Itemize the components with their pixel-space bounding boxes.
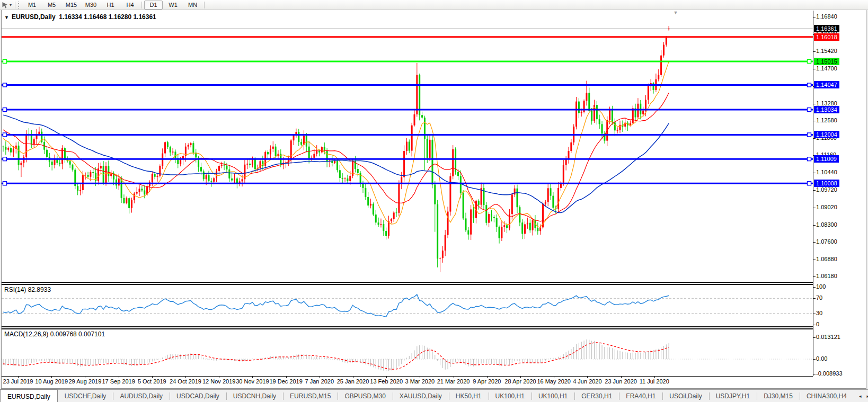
price-axis-tick: 1.14700 — [816, 65, 837, 72]
rsi-axis-tick-mark — [813, 325, 816, 325]
chart-window[interactable] — [1, 10, 866, 389]
timeframe-button-mn[interactable]: MN — [183, 1, 202, 10]
bottom-tab-gbpusd-m30[interactable]: GBPUSD,M30 — [338, 390, 392, 402]
date-axis-label: 10 Aug 2019 — [35, 378, 68, 385]
timeframe-button-h4[interactable]: H4 — [121, 1, 139, 10]
date-axis-label: 13 Feb 2020 — [370, 378, 403, 385]
chart-title: ▼EURUSD,Daily 1.16334 1.16468 1.16280 1.… — [4, 13, 156, 21]
macd-indicator-label: MACD(12,26,9) 0.009768 0.007101 — [4, 330, 105, 338]
price-badge: 1.13034 — [814, 106, 839, 113]
timeframe-button-h1[interactable]: H1 — [101, 1, 120, 10]
toolbar-separator — [204, 2, 205, 8]
toolbar-grip[interactable] — [17, 2, 20, 8]
bottom-tab-hk50-h1[interactable]: HK50,H1 — [449, 390, 489, 402]
bottom-tab-uk100-h1[interactable]: UK100,H1 — [532, 390, 574, 402]
price-axis-tick: 1.16840 — [816, 13, 837, 20]
date-axis-label: 12 Nov 2019 — [202, 378, 235, 385]
price-axis-tick: 1.09020 — [816, 204, 837, 210]
tab-scroll-left-icon[interactable]: ◂ — [859, 394, 862, 399]
macd-axis-tick: 0.00 — [816, 355, 827, 362]
bottom-tab-eurusd-daily[interactable]: EURUSD,Daily — [0, 389, 58, 402]
timeframe-toolbar: ▾ M1M5M15M30H1H4D1W1MN — [0, 0, 868, 10]
date-axis-label: 3 Mar 2020 — [405, 378, 435, 385]
date-axis-label: 5 Oct 2019 — [138, 378, 166, 385]
bottom-tab-uk100-h1[interactable]: UK100,H1 — [489, 390, 532, 402]
bottom-tab-eurusd-m15[interactable]: EURUSD,M15 — [283, 390, 338, 402]
bottom-tab-dj30-m15[interactable]: DJ30,M15 — [757, 390, 800, 402]
rsi-indicator-label: RSI(14) 82.8933 — [4, 286, 51, 293]
price-axis-tick-mark — [813, 173, 816, 173]
timeframe-button-d1[interactable]: D1 — [144, 1, 163, 10]
price-axis-tick: 1.13280 — [816, 100, 837, 106]
crosshair-tool-icon[interactable] — [0, 1, 10, 9]
date-axis-label: 29 Aug 2019 — [68, 378, 101, 385]
chart-shift-marker-icon[interactable]: ▼ — [674, 10, 678, 15]
bottom-tab-fra40-h1[interactable]: FRA40,H1 — [619, 390, 662, 402]
date-axis-label: 25 Jan 2020 — [337, 378, 369, 385]
price-axis-tick: 1.12580 — [816, 117, 837, 123]
date-axis-label: 28 Apr 2020 — [504, 378, 536, 385]
chart-symbol-period: EURUSD,Daily — [12, 13, 56, 21]
rsi-axis-tick: 0 — [816, 321, 819, 327]
price-axis-tick-mark — [813, 17, 816, 17]
date-axis-label: 24 Oct 2019 — [170, 378, 201, 385]
price-badge: 1.11009 — [814, 155, 839, 163]
rsi-axis-tick: 70 — [816, 294, 822, 301]
timeframe-buttons: M1M5M15M30H1H4D1W1MN — [22, 1, 206, 10]
cursor-arrow-icon — [2, 2, 8, 8]
date-axis-label: 23 Jun 2020 — [605, 378, 637, 385]
bottom-tab-usdjpy-h1[interactable]: USDJPY,H1 — [709, 390, 757, 402]
chart-tab-bar: EURUSD,DailyUSDCHF,DailyAUDUSD,DailyUSDC… — [0, 389, 868, 402]
date-axis-label: 16 May 2020 — [537, 378, 571, 385]
bottom-tab-xauusd-daily[interactable]: XAUUSD,Daily — [393, 390, 449, 402]
timeframe-button-w1[interactable]: W1 — [164, 1, 182, 10]
rsi-axis-tick: 30 — [816, 310, 822, 316]
rsi-axis-tick-mark — [813, 287, 816, 288]
price-axis-border — [813, 11, 813, 376]
price-badge: 1.10008 — [814, 180, 839, 187]
date-axis-label: 7 Jan 2020 — [305, 378, 334, 385]
price-axis-tick: 1.08300 — [816, 221, 837, 228]
price-axis-tick: 1.09720 — [816, 186, 837, 193]
price-axis-tick: 1.06880 — [816, 256, 837, 262]
bottom-tab-usdcnh-daily[interactable]: USDCNH,Daily — [226, 390, 283, 402]
bottom-tab-usoil-daily[interactable]: USOil,Daily — [662, 390, 708, 402]
timeframe-button-m5[interactable]: M5 — [42, 1, 61, 10]
bottom-tab-usdchf-daily[interactable]: USDCHF,Daily — [58, 390, 113, 402]
macd-axis-tick: 0.013121 — [816, 334, 840, 340]
rsi-axis-tick-mark — [813, 298, 816, 299]
price-badge: 1.16361 — [814, 25, 839, 32]
price-badge: 1.15015 — [814, 58, 839, 65]
date-axis-label: 11 Jul 2020 — [640, 378, 669, 385]
timeframe-button-m15[interactable]: M15 — [62, 1, 81, 10]
date-axis-label: 30 Nov 2019 — [236, 378, 269, 385]
chevron-down-icon[interactable]: ▾ — [10, 3, 12, 7]
price-axis-tick: 1.10440 — [816, 169, 837, 175]
rsi-axis-tick-mark — [813, 314, 816, 314]
chart-dropdown-icon[interactable]: ▼ — [4, 15, 9, 20]
date-axis-label: 21 Mar 2020 — [437, 378, 470, 385]
macd-axis-tick-mark — [813, 374, 816, 374]
timeframe-button-m1[interactable]: M1 — [23, 1, 41, 10]
bottom-tab-audusd-daily[interactable]: AUDUSD,Daily — [113, 390, 170, 402]
price-axis-tick-mark — [813, 104, 816, 104]
pane-divider-main-rsi[interactable] — [2, 282, 813, 285]
tab-scroll-controls: ◂ ▸ — [854, 390, 868, 402]
price-axis-tick: 1.07600 — [816, 238, 837, 245]
pane-divider-rsi-macd[interactable] — [2, 326, 813, 329]
mt4-window: ▾ M1M5M15M30H1H4D1W1MN ▼EURUSD,Daily 1.1… — [0, 0, 868, 402]
toolbar-separator — [15, 2, 15, 8]
price-axis-tick: 1.15420 — [816, 48, 837, 54]
price-axis-tick: 1.06180 — [816, 273, 837, 279]
price-axis-tick-mark — [813, 190, 816, 191]
bottom-tab-usdcad-daily[interactable]: USDCAD,Daily — [170, 390, 226, 402]
timeframe-button-m30[interactable]: M30 — [82, 1, 100, 10]
price-axis-tick-mark — [813, 225, 816, 226]
date-axis-label: 23 Jul 2019 — [3, 378, 33, 385]
macd-axis-tick-mark — [813, 359, 816, 360]
price-axis-tick-mark — [813, 242, 816, 243]
macd-axis-tick-mark — [813, 337, 816, 338]
bottom-tab-ger30-h1[interactable]: GER30,H1 — [574, 390, 619, 402]
chart-ohlc-values: 1.16334 1.16468 1.16280 1.16361 — [59, 13, 156, 21]
bottom-tab-china300-h4[interactable]: CHINA300,H4 — [800, 390, 854, 402]
